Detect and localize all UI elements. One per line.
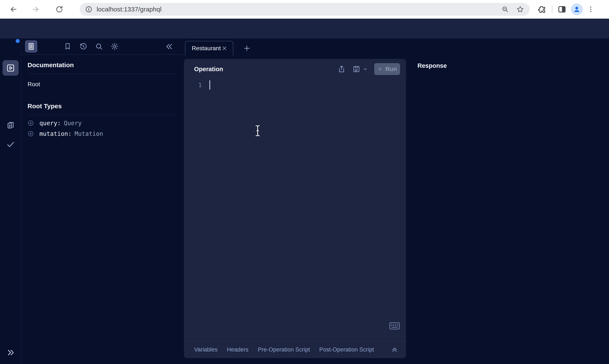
operation-footer: Variables Headers Pre-Operation Script P…	[184, 341, 406, 358]
share-icon[interactable]	[337, 65, 346, 74]
tab-variables[interactable]: Variables	[194, 346, 218, 353]
plus-circle-icon[interactable]	[27, 130, 34, 137]
browser-toolbar: localhost:1337/graphql	[0, 0, 609, 19]
documentation-toolbar	[21, 39, 183, 55]
field-name[interactable]: mutation:	[39, 130, 72, 137]
explorer-tab-active[interactable]	[2, 60, 19, 76]
browser-profile-avatar[interactable]	[571, 3, 583, 15]
menu-kebab-icon[interactable]	[586, 4, 596, 14]
text-cursor-icon	[254, 125, 261, 137]
operation-panel: Operation Run 1	[184, 59, 406, 358]
root-types-title: Root Types	[27, 103, 62, 110]
close-icon[interactable]	[221, 45, 228, 52]
text-caret	[209, 80, 210, 90]
rail-notification-dot	[16, 39, 20, 43]
changelog-icon[interactable]	[5, 120, 16, 130]
bookmark-icon[interactable]	[63, 41, 72, 51]
response-panel: Response	[406, 39, 609, 364]
run-button[interactable]: Run	[374, 63, 400, 75]
doc-root-item[interactable]: Root	[27, 81, 40, 88]
keyboard-shortcuts-icon[interactable]	[389, 322, 400, 330]
chevron-down-icon[interactable]	[362, 66, 368, 72]
collapse-docs-icon[interactable]	[165, 42, 174, 51]
forward-icon[interactable]	[31, 5, 40, 14]
field-type-link[interactable]: Query	[64, 120, 82, 127]
back-icon[interactable]	[9, 5, 18, 14]
apollo-header: A SANDBOX http://localhost:1337/gra… Pub…	[0, 19, 609, 39]
field-mutation[interactable]: mutation: Mutation	[27, 130, 103, 137]
field-name[interactable]: query:	[39, 120, 61, 127]
url-text[interactable]: localhost:1337/graphql	[97, 6, 494, 13]
tab-headers[interactable]: Headers	[227, 346, 248, 353]
doc-list-icon[interactable]	[25, 40, 37, 52]
address-bar[interactable]: localhost:1337/graphql	[80, 3, 530, 16]
save-icon[interactable]	[352, 65, 361, 74]
divider	[27, 115, 177, 115]
tab-pre-operation-script[interactable]: Pre-Operation Script	[258, 346, 310, 353]
tab-restaurant[interactable]: Restaurant	[185, 41, 233, 55]
side-panel-icon[interactable]	[557, 4, 567, 14]
plus-circle-icon[interactable]	[27, 120, 34, 126]
extensions-icon[interactable]	[537, 4, 547, 14]
line-number: 1	[184, 82, 202, 88]
documentation-panel: Documentation Root Root Types query: Que…	[21, 39, 183, 364]
new-tab-icon[interactable]	[242, 44, 252, 53]
field-query[interactable]: query: Query	[27, 119, 82, 127]
toolbar-divider	[552, 6, 552, 13]
search-icon[interactable]	[94, 41, 104, 51]
collapse-up-icon[interactable]	[390, 345, 399, 353]
run-play-icon	[377, 66, 383, 72]
reload-icon[interactable]	[55, 5, 64, 14]
history-icon[interactable]	[78, 41, 88, 51]
settings-gear-icon[interactable]	[110, 41, 119, 51]
zoom-out-icon[interactable]	[501, 5, 509, 13]
field-type-link[interactable]: Mutation	[75, 130, 103, 137]
checks-icon[interactable]	[5, 139, 16, 150]
tab-label: Restaurant	[192, 45, 221, 52]
operation-header: Operation Run	[184, 59, 406, 79]
operation-title: Operation	[194, 66, 331, 73]
response-title: Response	[417, 62, 447, 69]
star-icon[interactable]	[516, 5, 524, 13]
app-shell: Documentation Root Root Types query: Que…	[0, 39, 609, 364]
operation-column: Restaurant Operation	[183, 39, 406, 364]
tab-post-operation-script[interactable]: Post-Operation Script	[319, 346, 374, 353]
left-rail	[0, 39, 21, 364]
documentation-title: Documentation	[27, 62, 74, 69]
operation-editor[interactable]: 1	[184, 80, 406, 90]
expand-rail-icon[interactable]	[5, 347, 16, 358]
site-info-icon[interactable]	[85, 6, 92, 13]
